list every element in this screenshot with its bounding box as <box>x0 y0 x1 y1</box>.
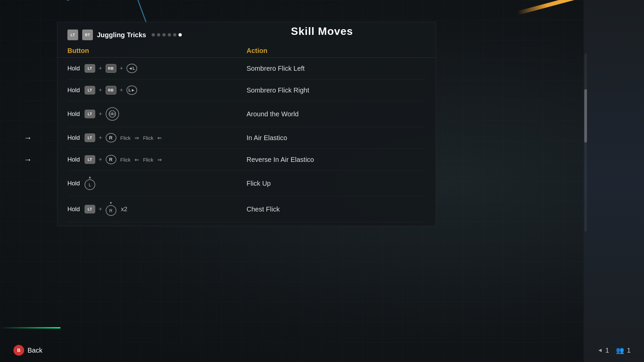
plus-7: + <box>99 156 102 163</box>
button-col-6: Hold ▲ L <box>67 177 247 190</box>
down-arrow-icon: ▼ <box>109 201 113 205</box>
action-col-1: Sombrero Flick Left <box>247 65 426 72</box>
table-row: Hold LT + RB + ◄L Sombrero Flick Left <box>67 58 426 79</box>
scrollbar-thumb[interactable] <box>584 89 587 142</box>
plus-1: + <box>99 65 102 72</box>
arrow-right-4: ⇒ <box>135 135 139 141</box>
r-button-5: R <box>106 155 116 164</box>
hold-text-6: Hold <box>67 180 80 187</box>
back-button[interactable]: B Back <box>13 345 42 356</box>
player-icon: 👥 <box>616 346 624 354</box>
lt-button-3: LT <box>85 110 95 118</box>
l-button-2: L► <box>126 85 137 95</box>
action-col-2: Sombrero Flick Right <box>247 86 426 94</box>
plus-8: + <box>99 206 102 213</box>
lt-button-4: LT <box>85 133 95 142</box>
svg-text:R: R <box>111 112 114 116</box>
button-col-3: Hold LT + R <box>67 107 247 121</box>
player-count-display: 👥 1 <box>616 346 631 354</box>
columns-header: Button Action <box>57 44 436 58</box>
flick-text-5b: Flick <box>143 157 153 163</box>
action-col-5: Reverse In Air Elastico <box>247 156 426 164</box>
hold-text-4: Hold <box>67 134 80 141</box>
button-col-5: Hold LT + R Flick ⇐ Flick ⇒ <box>67 155 247 164</box>
main-panel: LT RT Juggling Tricks Button Action Hold… <box>57 22 436 226</box>
flick-text-5: Flick <box>120 157 131 163</box>
flick-text-4: Flick <box>120 135 131 141</box>
arrow-left-5: ⇐ <box>135 157 139 163</box>
row-arrow-4: → <box>24 133 32 142</box>
lt-button-7: LT <box>85 205 95 214</box>
table-row: Hold LT + R Around the World <box>67 101 426 127</box>
table-row: → Hold LT + R Flick ⇐ Flick ⇒ Reverse In… <box>67 149 426 171</box>
l-stick-up-button: ▲ L <box>85 179 95 190</box>
hold-text-2: Hold <box>67 87 80 94</box>
hold-text-3: Hold <box>67 111 80 118</box>
plus-2: + <box>120 65 123 72</box>
scrollbar-track <box>584 54 587 231</box>
page-number: 1 <box>605 347 609 354</box>
arrow-left-4: ⇐ <box>157 135 162 141</box>
action-col-6: Flick Up <box>247 180 426 187</box>
l-button-1: ◄L <box>126 64 137 73</box>
b-label: B <box>17 348 20 353</box>
flick-text-4b: Flick <box>143 135 153 141</box>
player-count: 1 <box>627 347 631 354</box>
lt-button-2: LT <box>85 86 95 95</box>
action-col-7: Chest Flick <box>247 205 426 213</box>
plus-5: + <box>99 111 102 118</box>
bottom-right-info: ◄ 1 👥 1 <box>597 346 631 354</box>
table-row: → Hold LT + R Flick ⇒ Flick ⇐ In Air Ela… <box>67 127 426 149</box>
page-number-display: ◄ 1 <box>597 347 609 354</box>
row-arrow-5: → <box>24 155 32 164</box>
hold-text-5: Hold <box>67 156 80 163</box>
bottom-bar: B Back ◄ 1 👥 1 <box>0 339 644 362</box>
hold-text-7: Hold <box>67 206 80 213</box>
button-col-7: Hold LT + ▼ R x2 <box>67 202 247 216</box>
rb-button-2: RB <box>106 86 116 95</box>
plus-6: + <box>99 134 102 141</box>
column-action-header: Action <box>247 47 426 55</box>
action-col-4: In Air Elastico <box>247 134 426 142</box>
lt-button-5: LT <box>85 155 95 164</box>
r-button-4: R <box>106 133 116 142</box>
button-col-4: Hold LT + R Flick ⇒ Flick ⇐ <box>67 133 247 142</box>
arrow-right-5: ⇒ <box>157 157 162 163</box>
back-label: Back <box>28 347 42 354</box>
rb-button-1: RB <box>106 64 116 73</box>
button-col-1: Hold LT + RB + ◄L <box>67 64 247 73</box>
move-list: Hold LT + RB + ◄L Sombrero Flick Left Ho… <box>57 58 436 222</box>
table-row: Hold LT + ▼ R x2 Chest Flick <box>67 196 426 222</box>
table-row: Hold LT + RB + L► Sombrero Flick Right <box>67 79 426 101</box>
b-circle-button: B <box>13 345 24 356</box>
x2-label: x2 <box>121 206 127 213</box>
bg-decoration-green-left <box>0 327 60 328</box>
column-button-header: Button <box>67 47 247 55</box>
r-down-button: ▼ R <box>106 205 116 216</box>
action-col-3: Around the World <box>247 110 426 118</box>
button-col-2: Hold LT + RB + L► <box>67 85 247 95</box>
table-row: Hold ▲ L Flick Up <box>67 171 426 196</box>
page-left-arrow-icon: ◄ <box>597 347 603 353</box>
plus-4: + <box>120 87 123 94</box>
page-title: Skill Moves <box>0 25 644 38</box>
lt-button-1: LT <box>85 64 95 73</box>
plus-3: + <box>99 87 102 94</box>
up-arrow-icon: ▲ <box>88 175 92 179</box>
right-wall-decoration <box>584 0 644 362</box>
r-spin-button: R <box>106 107 119 121</box>
hold-text-1: Hold <box>67 65 80 72</box>
